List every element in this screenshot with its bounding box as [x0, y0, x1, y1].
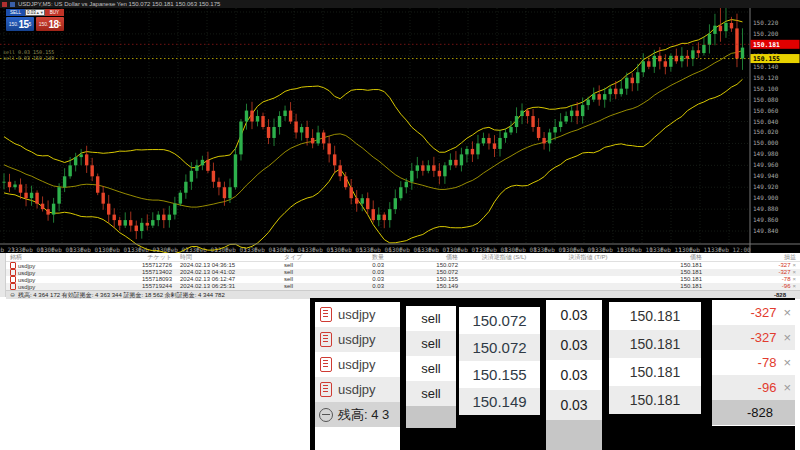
overlay-close-icon[interactable]: ×	[783, 305, 791, 320]
overlay-symbol-cell[interactable]: usdjpy	[315, 377, 400, 402]
candle-body	[647, 61, 650, 66]
candle-body	[537, 127, 540, 138]
candle-body	[239, 122, 242, 155]
overlay-symbol-cell[interactable]: usdjpy	[315, 352, 400, 377]
overlay-type-cell[interactable]: sell	[406, 381, 456, 406]
overlay-current-price: 150.181	[630, 336, 681, 352]
buy-button[interactable]: 150.181	[36, 17, 64, 31]
candle-body	[223, 187, 226, 198]
chart-area: 12 Feb 23:3013 Feb 00:0013 Feb 00:3013 F…	[0, 8, 800, 253]
candle-body	[548, 132, 551, 143]
candle-body	[405, 182, 408, 187]
terminal-cell: 150.072	[388, 262, 462, 269]
overlay-current-cell[interactable]: 150.181	[609, 386, 701, 414]
overlay-type-cell[interactable]: sell	[406, 306, 456, 331]
overlay-close-icon[interactable]: ×	[783, 380, 791, 395]
terminal-trade-panel: 銘柄チケット時間タイプ数量価格決済逆指値 (S/L)決済指値 (T/P)価格損益…	[0, 253, 800, 297]
terminal-position-row[interactable]: usdjpy1557134022024.02.13 04:41:02sell0.…	[6, 269, 800, 276]
close-position-icon[interactable]: ×	[792, 283, 796, 289]
terminal-position-row[interactable]: usdjpy1557180932024.02.13 06:12:47sell0.…	[6, 276, 800, 283]
overlay-profit-value: -327	[750, 305, 776, 320]
candle-body	[305, 127, 308, 138]
candle-body	[355, 198, 358, 203]
overlay-close-icon[interactable]: ×	[783, 330, 791, 345]
overlay-volume-cell[interactable]: 0.03	[546, 300, 602, 330]
overlay-type-column: sellsellsellsell	[406, 306, 456, 428]
candle-body	[118, 220, 121, 225]
terminal-header-0[interactable]: 銘柄	[6, 253, 92, 261]
terminal-header-7[interactable]: 決済指値 (T/P)	[546, 253, 630, 261]
terminal-header-6[interactable]: 決済逆指値 (S/L)	[462, 253, 546, 261]
overlay-symbol-cell[interactable]: usdjpy	[315, 327, 400, 352]
sell-button[interactable]: 150.155	[6, 17, 34, 31]
overlay-open-price: 150.072	[472, 339, 526, 356]
price-tick-label: 150.020	[753, 128, 779, 135]
candle-body	[135, 226, 138, 231]
overlay-profit-column: -327×-327×-78×-96×-828	[712, 300, 795, 426]
terminal-cell: 150.155	[388, 276, 462, 283]
overlay-current-cell[interactable]: 150.181	[609, 358, 701, 386]
overlay-type-footer	[406, 406, 456, 428]
candle-body	[261, 116, 264, 127]
close-position-icon[interactable]: ×	[792, 269, 796, 275]
overlay-price-cell[interactable]: 150.072	[459, 334, 540, 361]
candle-body	[316, 132, 319, 143]
overlay-current-cell[interactable]: 150.181	[609, 302, 701, 330]
sell-label[interactable]: SELL	[6, 9, 25, 16]
terminal-header-5[interactable]: 価格	[388, 253, 462, 261]
overlay-profit-cell[interactable]: -327×	[712, 325, 795, 350]
candle-body	[372, 209, 375, 220]
overlay-profit-cell[interactable]: -327×	[712, 300, 795, 325]
candle-body	[564, 116, 567, 121]
terminal-cell: 2024.02.13 04:41:02	[176, 269, 280, 276]
overlay-volume: 0.03	[560, 337, 587, 353]
collapse-icon[interactable]	[319, 408, 333, 422]
close-position-icon[interactable]: ×	[792, 276, 796, 282]
overlay-total-profit-row: -828	[712, 400, 795, 425]
overlay-profit-cell[interactable]: -78×	[712, 350, 795, 375]
terminal-header-4[interactable]: 数量	[334, 253, 388, 261]
candle-body	[228, 187, 231, 198]
terminal-header-3[interactable]: タイプ	[280, 253, 334, 261]
overlay-type-cell[interactable]: sell	[406, 331, 456, 356]
candle-body	[394, 198, 397, 209]
collapse-icon[interactable]: ⊖	[10, 291, 15, 299]
overlay-price-cell[interactable]: 150.155	[459, 361, 540, 388]
candle-body	[350, 187, 353, 198]
buy-label[interactable]: BUY	[45, 9, 64, 16]
terminal-header-1[interactable]: チケット	[92, 253, 176, 261]
overlay-volume-cell[interactable]: 0.03	[546, 390, 602, 420]
overlay-volume-cell[interactable]: 0.03	[546, 330, 602, 360]
profit-value: -78	[782, 276, 791, 282]
overlay-price-cell[interactable]: 150.149	[459, 388, 540, 415]
candle-body	[542, 138, 545, 143]
candle-body	[702, 45, 705, 53]
terminal-header-9[interactable]: 損益	[706, 253, 800, 261]
lot-spinner-icon[interactable]: ▲▼	[36, 10, 44, 15]
candle-body	[300, 127, 303, 132]
overlay-close-icon[interactable]: ×	[783, 355, 791, 370]
price-tick-label: 149.980	[753, 150, 779, 157]
candle-body	[421, 165, 424, 170]
terminal-header-8[interactable]: 価格	[630, 253, 706, 261]
candle-body	[620, 89, 623, 94]
overlay-current-cell[interactable]: 150.181	[609, 330, 701, 358]
overlay-type-cell[interactable]: sell	[406, 356, 456, 381]
lot-value: 0.03	[27, 10, 36, 15]
overlay-price-cell[interactable]: 150.072	[459, 307, 540, 334]
terminal-header-2[interactable]: 時間	[176, 253, 280, 261]
terminal-position-row[interactable]: usdjpy1557127262024.02.13 04:36:15sell0.…	[6, 262, 800, 269]
close-position-icon[interactable]: ×	[792, 262, 796, 268]
terminal-position-row[interactable]: usdjpy1557192442024.02.13 06:25:31sell0.…	[6, 283, 800, 290]
overlay-profit-cell[interactable]: -96×	[712, 375, 795, 400]
lot-size-input[interactable]: 0.03 ▲▼	[25, 9, 45, 16]
candle-body	[195, 165, 198, 170]
overlay-symbol-column: usdjpyusdjpyusdjpyusdjpy残高: 4 3	[315, 302, 400, 450]
overlay-profit-value: -327	[750, 330, 776, 345]
overlay-current-price: 150.181	[630, 308, 681, 324]
candle-body	[438, 171, 441, 176]
overlay-symbol-cell[interactable]: usdjpy	[315, 302, 400, 327]
overlay-volume-cell[interactable]: 0.03	[546, 360, 602, 390]
terminal-cell: 0.03	[334, 269, 388, 276]
terminal-cell: 150.181	[630, 283, 706, 290]
